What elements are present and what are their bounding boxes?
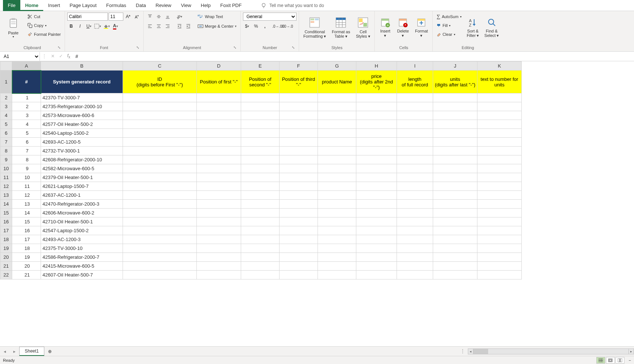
cell-B9[interactable]: 42608-Refrigerator-2000-10 <box>41 155 123 164</box>
cell-G4[interactable] <box>318 111 356 120</box>
cell-J3[interactable] <box>433 102 477 111</box>
font-color-button[interactable]: A <box>112 22 120 30</box>
cell-B10[interactable]: 42582-Microwave-600-5 <box>41 164 123 173</box>
cell-K6[interactable] <box>477 129 522 138</box>
cell-I12[interactable] <box>397 182 433 191</box>
cell-K21[interactable] <box>477 262 522 271</box>
tab-foxit-pdf[interactable]: Foxit PDF <box>216 0 247 11</box>
cell-A8[interactable]: 7 <box>12 147 41 155</box>
cell-C12[interactable] <box>123 182 197 191</box>
cell-J10[interactable] <box>433 164 477 173</box>
col-head-B[interactable]: B <box>41 62 123 71</box>
cell-I17[interactable] <box>397 226 433 235</box>
cell-H20[interactable] <box>356 253 397 262</box>
cell-D5[interactable] <box>197 120 241 129</box>
normal-view-button[interactable] <box>596 357 605 364</box>
wrap-text-button[interactable]: ab Wrap Text <box>196 13 239 21</box>
row-head-7[interactable]: 7 <box>0 138 12 147</box>
cell-H4[interactable] <box>356 111 397 120</box>
cell-I2[interactable] <box>397 93 433 102</box>
borders-button[interactable] <box>94 22 102 30</box>
row-head-18[interactable]: 18 <box>0 235 12 244</box>
cell-E8[interactable] <box>241 147 280 155</box>
cell-I11[interactable] <box>397 173 433 182</box>
cell-K17[interactable] <box>477 226 522 235</box>
conditional-formatting-button[interactable]: Conditional Formatting ▾ <box>301 13 328 43</box>
cut-button[interactable]: Cut <box>26 13 62 21</box>
cell-H21[interactable] <box>356 262 397 271</box>
cell-B12[interactable]: 42621-Laptop-1500-7 <box>41 182 123 191</box>
cell-C19[interactable] <box>123 244 197 253</box>
cell-B5[interactable]: 42577-Oil Heater-500-2 <box>41 120 123 129</box>
cell-E13[interactable] <box>241 191 280 200</box>
cell-D18[interactable] <box>197 235 241 244</box>
cell-F2[interactable] <box>280 93 318 102</box>
cell-F3[interactable] <box>280 102 318 111</box>
cell-K1[interactable]: text to number for units <box>477 71 522 93</box>
cell-I4[interactable] <box>397 111 433 120</box>
increase-font-button[interactable]: A▴ <box>124 13 132 21</box>
tell-me-search[interactable]: Tell me what you want to do <box>261 3 324 8</box>
cell-F6[interactable] <box>280 129 318 138</box>
cell-F15[interactable] <box>280 209 318 217</box>
cell-D4[interactable] <box>197 111 241 120</box>
select-all-corner[interactable] <box>0 62 12 71</box>
decrease-decimal-button[interactable]: .00→.0 <box>283 22 291 30</box>
cell-I15[interactable] <box>397 209 433 217</box>
cell-J5[interactable] <box>433 120 477 129</box>
zoom-out-button[interactable]: − <box>629 358 631 363</box>
cell-D13[interactable] <box>197 191 241 200</box>
cell-J4[interactable] <box>433 111 477 120</box>
number-format-combo[interactable]: General <box>243 13 297 21</box>
cell-D14[interactable] <box>197 200 241 209</box>
cell-C18[interactable] <box>123 235 197 244</box>
cell-A1[interactable]: # <box>12 71 41 93</box>
cell-E20[interactable] <box>241 253 280 262</box>
decrease-indent-button[interactable] <box>175 22 184 30</box>
row-head-22[interactable]: 22 <box>0 271 12 279</box>
cell-A13[interactable]: 12 <box>12 191 41 200</box>
font-dialog-launcher[interactable]: ⤡ <box>135 45 140 50</box>
cell-K14[interactable] <box>477 200 522 209</box>
cell-B13[interactable]: 42637-AC-1200-1 <box>41 191 123 200</box>
cell-I5[interactable] <box>397 120 433 129</box>
cell-E19[interactable] <box>241 244 280 253</box>
tab-formulas[interactable]: Formulas <box>102 0 131 11</box>
sort-filter-button[interactable]: AZ Sort & Filter ▾ <box>465 13 482 43</box>
cell-B18[interactable]: 42493-AC-1200-3 <box>41 235 123 244</box>
insert-cells-button[interactable]: + Insert▾ <box>377 13 393 43</box>
insert-function-button[interactable]: fx <box>67 53 70 59</box>
cell-F7[interactable] <box>280 138 318 147</box>
cell-C4[interactable] <box>123 111 197 120</box>
format-cells-button[interactable]: Format▾ <box>412 13 430 43</box>
cell-D17[interactable] <box>197 226 241 235</box>
row-head-16[interactable]: 16 <box>0 217 12 226</box>
cell-E16[interactable] <box>241 217 280 226</box>
cell-J12[interactable] <box>433 182 477 191</box>
col-head-D[interactable]: D <box>197 62 241 71</box>
cell-H8[interactable] <box>356 147 397 155</box>
cell-K8[interactable] <box>477 147 522 155</box>
cell-I3[interactable] <box>397 102 433 111</box>
row-head-15[interactable]: 15 <box>0 209 12 217</box>
decrease-font-button[interactable]: A▾ <box>133 13 141 21</box>
row-head-3[interactable]: 3 <box>0 102 12 111</box>
cell-D20[interactable] <box>197 253 241 262</box>
cell-G19[interactable] <box>318 244 356 253</box>
cell-E7[interactable] <box>241 138 280 147</box>
cell-A12[interactable]: 11 <box>12 182 41 191</box>
cell-H12[interactable] <box>356 182 397 191</box>
cell-F4[interactable] <box>280 111 318 120</box>
col-head-K[interactable]: K <box>477 62 522 71</box>
cell-E6[interactable] <box>241 129 280 138</box>
cell-B17[interactable]: 42547-Laptop-1500-2 <box>41 226 123 235</box>
row-head-1[interactable]: 1 <box>0 71 12 93</box>
row-head-14[interactable]: 14 <box>0 200 12 209</box>
cell-E18[interactable] <box>241 235 280 244</box>
cell-I16[interactable] <box>397 217 433 226</box>
row-head-12[interactable]: 12 <box>0 182 12 191</box>
cell-B11[interactable]: 42379-Oil Heater-500-1 <box>41 173 123 182</box>
tab-insert[interactable]: Insert <box>43 0 65 11</box>
cell-E11[interactable] <box>241 173 280 182</box>
cell-K12[interactable] <box>477 182 522 191</box>
